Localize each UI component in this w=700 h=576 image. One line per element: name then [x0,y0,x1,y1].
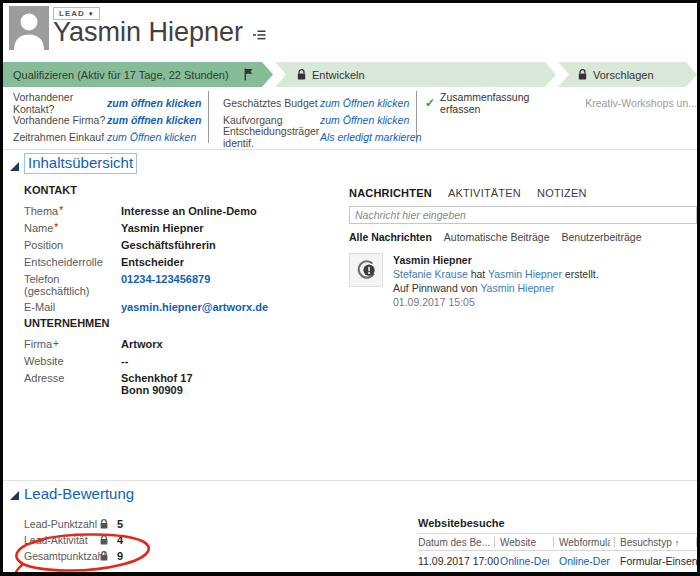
step-value-link[interactable]: zum Öffnen klicken [320,114,409,126]
form-switcher-icon[interactable] [252,27,266,45]
address-value[interactable]: Schenkhof 17Bonn 90909 [121,372,193,396]
stage-label: Entwickeln [312,69,365,81]
required-marker: * [54,222,58,233]
field-label: Firma+ [24,338,121,351]
checkmark-icon: ✓ [425,96,435,110]
cell-date: 11.09.2017 17:00 [418,555,490,567]
field-label: Thema* [24,205,121,218]
tab-nachrichten[interactable]: NACHRICHTEN [349,187,432,199]
field-value[interactable]: Yasmin Hiepner [121,222,204,235]
cell-website-link[interactable]: Online-Demo D... [495,555,549,567]
cell-webform-link[interactable]: Online-Demo D... [554,555,610,567]
group-heading: KONTAKT [24,184,346,196]
post-author: Yasmin Hiepner [393,254,599,268]
process-step: Zeitrahmen Einkauf zum Öffnen klicken [13,128,208,145]
tab-aktivitaeten[interactable]: AKTIVITÄTEN [448,187,521,199]
form-field: Thema* Interesse an Online-Demo [24,205,346,218]
field-label: Name* [24,222,121,235]
step-value-link[interactable]: zum Öffnen klicken [320,97,409,109]
email-link[interactable]: yasmin.hiepner@artworx.de [121,301,268,314]
step-value-link[interactable]: zum öffnen klicken [107,114,201,126]
step-value-link[interactable]: zum öffnen klicken [107,97,201,109]
field-value[interactable]: Entscheider [121,256,184,269]
social-tabs: NACHRICHTEN AKTIVITÄTEN NOTIZEN [349,187,697,199]
step-value-link[interactable]: Als erledigt markieren [320,131,422,143]
group-heading: UNTERNEHMEN [24,317,346,329]
field-label: Website [24,355,121,368]
section-header-lead-bewertung[interactable]: Lead-Bewertung [10,485,134,503]
section-header-inhaltsuebersicht[interactable]: Inhaltsübersicht [10,153,137,174]
contact-group: KONTAKT Thema* Interesse an Online-Demo … [24,184,346,318]
step-value-link[interactable]: zum Öffnen klicken [107,131,196,143]
filter-automatische-beitraege[interactable]: Automatische Beiträge [444,231,550,243]
stage-qualifizieren[interactable]: Qualifizieren (Aktiv für 17 Tage, 22 Stu… [3,62,273,87]
subgrid-title: Websitebesuche [418,517,697,534]
form-field: Telefon (geschäftlich) 01234-123456879 [24,273,346,297]
form-field: E-Mail yasmin.hiepner@artworx.de [24,301,346,314]
form-field: Firma+ Artworx [24,338,346,351]
stage-entwickeln[interactable]: Entwickeln [275,62,556,87]
recommended-marker: + [53,338,59,349]
form-field: Position Geschäftsführerin [24,239,346,252]
stage-vorschlagen[interactable]: Vorschlagen [558,62,697,87]
score-field: Lead-Punktzahl 5 [24,516,123,532]
stage-label: Vorschlagen [593,69,654,81]
phone-link[interactable]: 01234-123456879 [121,273,210,297]
person-icon [9,6,49,50]
tab-notizen[interactable]: NOTIZEN [537,187,587,199]
process-steps-col3: ✓ Zusammenfassung erfassen Kreativ-Works… [417,91,697,143]
field-value[interactable]: -- [121,355,128,368]
field-label: Lead-Aktivität [24,534,100,546]
social-pane: NACHRICHTEN AKTIVITÄTEN NOTIZEN Alle Nac… [349,187,697,309]
user-link[interactable]: Stefanie Krause [393,268,468,280]
score-field-gesamtpunktzahl: Gesamtpunktzahl 9 [24,548,123,564]
column-header-website[interactable]: Website [495,537,549,548]
field-value[interactable]: Geschäftsführerin [121,239,216,252]
grid-row[interactable]: 11.09.2017 17:00 Online-Demo D... Online… [418,551,697,570]
process-step: Entscheidungsträger identif. Als erledig… [223,128,416,145]
crm-lead-form: LEAD ▼ Yasmin Hiepner Qualifizieren (Akt… [0,0,700,576]
field-label: Lead-Punktzahl [24,518,100,530]
field-value[interactable]: Artworx [121,338,163,351]
form-field: Website -- [24,355,346,368]
process-steps: Vorhandener Kontakt? zum öffnen klicken … [3,91,697,143]
field-value[interactable]: Interesse an Online-Demo [121,205,257,218]
column-header-besuchstyp[interactable]: Besuchstyp↑ [615,537,692,548]
step-label[interactable]: Zusammenfassung erfassen [440,91,566,115]
filter-alle-nachrichten[interactable]: Alle Nachrichten [349,231,432,243]
post-timestamp: 01.09.2017 15:05 [393,296,599,310]
lock-icon [100,535,108,545]
field-label: Entscheiderrolle [24,256,121,269]
record-link[interactable]: Yasmin Hiepner [480,282,554,294]
record-link[interactable]: Yasmin Hiepner [488,268,562,280]
post-message-input[interactable] [349,206,697,224]
lock-icon [578,69,587,80]
column-header-webformular[interactable]: Webformular [554,537,610,548]
process-step: Geschätztes Budget zum Öffnen klicken [223,94,416,111]
process-step: Vorhandene Firma? zum öffnen klicken [13,111,208,128]
process-steps-col2: Geschätztes Budget zum Öffnen klicken Ka… [209,91,417,143]
record-avatar [9,6,49,50]
step-label: Geschätztes Budget [223,97,320,109]
grid-header-row: Datum des Be... Website Webformular Besu… [418,534,697,551]
form-field: Adresse Schenkhof 17Bonn 90909 [24,372,346,396]
cell-visit-type: Formular-Einsen... [615,555,697,567]
lock-icon [100,519,108,529]
feed-post-body: Yasmin Hiepner Stefanie Krause hat Yasmi… [393,253,599,309]
lock-icon [297,69,306,80]
lock-icon [100,551,108,561]
feed-post: Yasmin Hiepner Stefanie Krause hat Yasmi… [349,253,697,309]
column-header-datum[interactable]: Datum des Be... [418,537,490,548]
field-value: 9 [117,550,123,562]
field-label: Gesamtpunktzahl [24,550,100,562]
company-group: UNTERNEHMEN Firma+ Artworx Website -- Ad… [24,317,346,400]
post-line1: Stefanie Krause hat Yasmin Hiepner erste… [393,268,599,282]
section-title: Inhaltsübersicht [24,153,137,174]
filter-benutzerbeitraege[interactable]: Benutzerbeiträge [562,231,642,243]
section-divider [3,480,697,481]
flag-icon [243,68,253,81]
form-field: Entscheiderrolle Entscheider [24,256,346,269]
field-label: Position [24,239,121,252]
field-label: E-Mail [24,301,121,314]
field-label: Adresse [24,372,121,396]
